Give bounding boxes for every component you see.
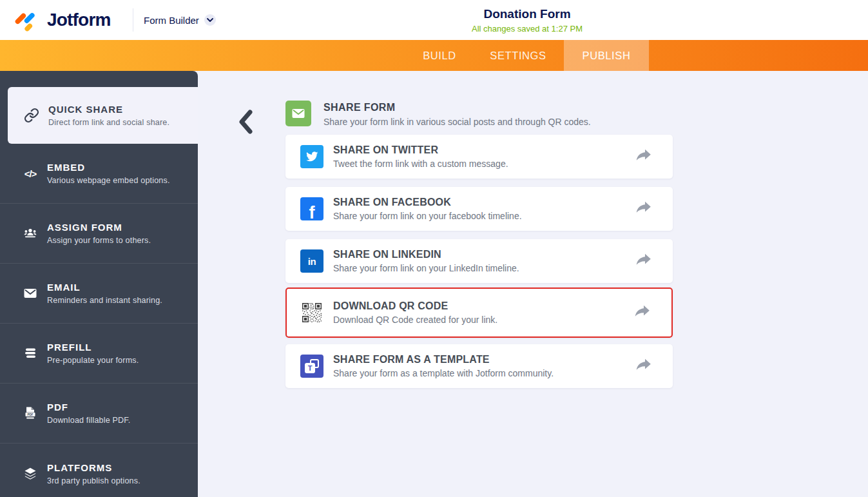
tab-settings[interactable]: SETTINGS xyxy=(478,40,558,71)
tab-build[interactable]: BUILD xyxy=(401,40,478,71)
card-title: SHARE FORM AS A TEMPLATE xyxy=(333,354,554,365)
card-desc: Tweet the form link with a custom messag… xyxy=(333,159,508,169)
share-arrow-icon xyxy=(634,358,652,375)
share-form-section-header: SHARE FORM Share your form link in vario… xyxy=(285,101,591,127)
sidebar-item-desc: Assign your forms to others. xyxy=(47,236,151,245)
brand-wordmark: Jotform xyxy=(47,10,111,30)
card-share-on-twitter[interactable]: SHARE ON TWITTER Tweet the form link wit… xyxy=(285,135,673,179)
jotform-logo-icon xyxy=(14,7,39,33)
sidebar-item-assign-form[interactable]: ASSIGN FORM Assign your forms to others. xyxy=(0,204,198,264)
card-desc: Share your form as a template with Jotfo… xyxy=(333,368,554,378)
pdf-icon: PDF xyxy=(23,405,38,421)
share-form-section-icon-box xyxy=(285,101,311,126)
product-switcher-label: Form Builder xyxy=(144,15,199,26)
sidebar-item-desc: 3rd party publish options. xyxy=(47,476,140,485)
sidebar-item-quick-share[interactable]: QUICK SHARE Direct form link and social … xyxy=(8,87,198,144)
back-button[interactable] xyxy=(237,109,254,137)
sidebar-item-embed[interactable]: </> EMBED Various webpage embed options. xyxy=(0,144,198,204)
save-status: All changes saved at 1:27 PM xyxy=(472,24,583,34)
form-title[interactable]: Donation Form xyxy=(472,7,583,21)
app-header: Jotform Form Builder Donation Form All c… xyxy=(0,0,868,40)
sidebar-item-platforms[interactable]: PLATFORMS 3rd party publish options. xyxy=(0,443,198,497)
sidebar-item-email[interactable]: EMAIL Reminders and instant sharing. xyxy=(0,264,198,324)
sidebar-item-label: PREFILL xyxy=(47,342,139,353)
sidebar-item-desc: Reminders and instant sharing. xyxy=(47,296,162,305)
link-icon xyxy=(24,108,39,123)
sidebar-item-label: EMBED xyxy=(47,162,170,173)
sidebar-item-label: PLATFORMS xyxy=(47,462,140,473)
chevron-down-icon xyxy=(204,14,216,26)
card-title: DOWNLOAD QR CODE xyxy=(333,300,497,312)
nav-tabs: BUILD SETTINGS PUBLISH xyxy=(401,40,649,71)
svg-text:PDF: PDF xyxy=(27,413,33,416)
tab-label: PUBLISH xyxy=(583,50,631,61)
card-desc: Download QR Code created for your link. xyxy=(333,315,497,325)
card-download-qr-code[interactable]: DOWNLOAD QR CODE Download QR Code create… xyxy=(285,287,673,338)
sidebar-item-desc: Download fillable PDF. xyxy=(47,416,130,425)
product-switcher[interactable]: Form Builder xyxy=(144,0,216,40)
prefill-icon xyxy=(23,346,38,361)
jotform-logo[interactable]: Jotform xyxy=(14,7,111,33)
sidebar-item-desc: Various webpage embed options. xyxy=(47,176,170,185)
section-title: SHARE FORM xyxy=(323,102,591,113)
card-title: SHARE ON FACEBOOK xyxy=(333,197,522,208)
sidebar-item-desc: Pre-populate your forms. xyxy=(47,356,139,365)
card-title: SHARE ON LINKEDIN xyxy=(333,249,519,260)
tab-label: BUILD xyxy=(423,50,456,61)
sidebar-item-prefill[interactable]: PREFILL Pre-populate your forms. xyxy=(0,324,198,384)
envelope-icon xyxy=(291,106,306,121)
tab-label: SETTINGS xyxy=(490,50,546,61)
card-desc: Share your form link on your LinkedIn ti… xyxy=(333,263,519,273)
quick-share-panel: SHARE FORM Share your form link in vario… xyxy=(198,71,868,497)
twitter-icon xyxy=(305,150,318,163)
card-desc: Share your form link on your facebook ti… xyxy=(333,211,522,221)
section-desc: Share your form link in various social p… xyxy=(323,117,591,127)
sidebar-item-label: EMAIL xyxy=(47,282,162,293)
publish-sidebar: QUICK SHARE Direct form link and social … xyxy=(0,71,198,497)
sidebar-item-pdf[interactable]: PDF PDF Download fillable PDF. xyxy=(0,384,198,443)
card-share-on-facebook[interactable]: f SHARE ON FACEBOOK Share your form link… xyxy=(285,187,673,231)
share-options-list: SHARE ON TWITTER Tweet the form link wit… xyxy=(285,135,673,388)
facebook-icon: f xyxy=(309,203,315,221)
back-arrow-icon xyxy=(237,109,254,135)
layers-icon xyxy=(23,466,38,482)
code-icon: </> xyxy=(24,168,37,179)
tab-publish[interactable]: PUBLISH xyxy=(564,40,649,71)
linkedin-icon: in xyxy=(308,256,316,267)
sidebar-item-label: QUICK SHARE xyxy=(48,104,169,115)
share-arrow-icon xyxy=(634,200,652,217)
form-title-block: Donation Form All changes saved at 1:27 … xyxy=(472,7,583,34)
people-icon xyxy=(23,226,38,241)
card-title: SHARE ON TWITTER xyxy=(333,144,508,156)
envelope-icon xyxy=(23,286,38,301)
sidebar-item-label: ASSIGN FORM xyxy=(47,222,151,233)
builder-navbar: BUILD SETTINGS PUBLISH xyxy=(0,40,868,71)
card-share-form-as-template[interactable]: T SHARE FORM AS A TEMPLATE Share your fo… xyxy=(285,344,673,388)
sidebar-item-label: PDF xyxy=(47,402,130,413)
share-arrow-icon xyxy=(633,304,651,321)
share-arrow-icon xyxy=(634,253,652,269)
card-share-on-linkedin[interactable]: in SHARE ON LINKEDIN Share your form lin… xyxy=(285,239,673,283)
share-arrow-icon xyxy=(634,148,652,165)
sidebar-item-desc: Direct form link and social share. xyxy=(48,118,169,127)
template-icon: T xyxy=(304,358,320,374)
qr-code-icon xyxy=(302,303,322,322)
header-divider xyxy=(133,8,133,32)
